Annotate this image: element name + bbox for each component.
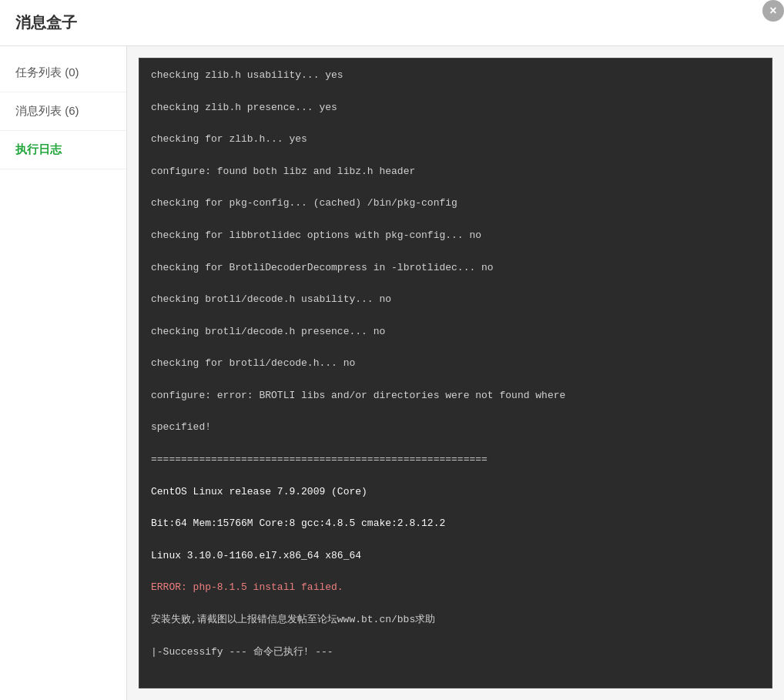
terminal-line: checking for libbrotlidec options with p… <box>151 228 760 244</box>
sidebar: 任务列表 (0) 消息列表 (6) 执行日志 <box>0 46 127 700</box>
terminal-line: specified! <box>151 420 760 436</box>
sidebar-item-messagelist[interactable]: 消息列表 (6) <box>0 92 126 131</box>
main-content: checking for sys/time.h... yes checking … <box>127 46 784 700</box>
terminal-output[interactable]: checking for sys/time.h... yes checking … <box>139 58 772 688</box>
body-layout: 任务列表 (0) 消息列表 (6) 执行日志 checking for sys/… <box>0 46 784 700</box>
sidebar-item-tasklist[interactable]: 任务列表 (0) <box>0 54 126 92</box>
terminal-line: 安装失败,请截图以上报错信息发帖至论坛www.bt.cn/bbs求助 <box>151 612 760 628</box>
sidebar-item-messagelist-label: 消息列表 (6) <box>15 104 79 117</box>
close-button[interactable]: × <box>762 0 784 22</box>
terminal-line: configure: error: BROTLI libs and/or dir… <box>151 388 760 404</box>
terminal-line: checking zlib.h usability... yes <box>151 68 760 84</box>
terminal-line: Linux 3.10.0-1160.el7.x86_64 x86_64 <box>151 548 760 564</box>
page-title: 消息盒子 <box>15 12 77 33</box>
sidebar-item-execlog[interactable]: 执行日志 <box>0 131 126 169</box>
terminal-line: configure: found both libz and libz.h he… <box>151 164 760 180</box>
terminal-line: checking for BrotliDecoderDecompress in … <box>151 260 760 276</box>
terminal-line: ERROR: php-8.1.5 install failed. <box>151 580 760 596</box>
terminal-line: Bit:64 Mem:15766M Core:8 gcc:4.8.5 cmake… <box>151 516 760 532</box>
terminal-line: checking for pkg-config... (cached) /bin… <box>151 196 760 212</box>
main-container: 消息盒子 × 任务列表 (0) 消息列表 (6) 执行日志 checking f… <box>0 0 784 700</box>
terminal-line: checking brotli/decode.h presence... no <box>151 324 760 340</box>
terminal-line: checking zlib.h presence... yes <box>151 100 760 116</box>
sidebar-item-tasklist-label: 任务列表 (0) <box>15 65 79 79</box>
terminal-line: |-Successify --- 命令已执行! --- <box>151 645 760 661</box>
terminal-line: CentOS Linux release 7.9.2009 (Core) <box>151 484 760 501</box>
terminal-line: checking for zlib.h... yes <box>151 132 760 148</box>
terminal-line: checking brotli/decode.h usability... no <box>151 292 760 308</box>
terminal-line: checking for brotli/decode.h... no <box>151 356 760 372</box>
header: 消息盒子 × <box>0 0 784 46</box>
sidebar-item-execlog-label: 执行日志 <box>15 142 62 156</box>
terminal-line: ========================================… <box>151 452 760 468</box>
